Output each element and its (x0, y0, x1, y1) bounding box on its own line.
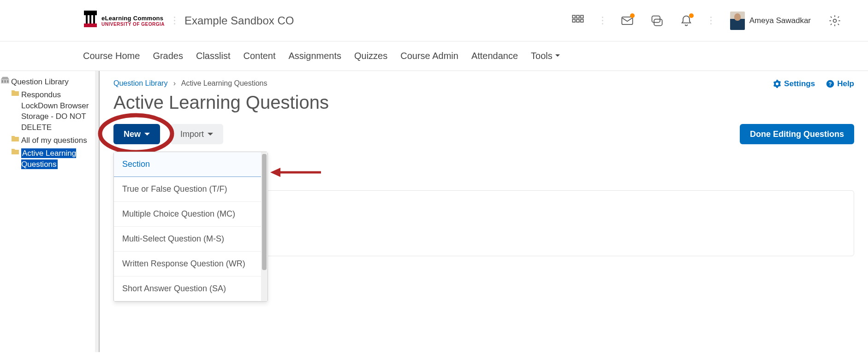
new-dropdown-menu: Section True or False Question (T/F) Mul… (113, 152, 268, 302)
main-content: Question Library › Active Learning Quest… (100, 71, 868, 352)
svg-rect-3 (93, 15, 95, 24)
nav-classlist[interactable]: Classlist (196, 51, 230, 61)
org-logo-block[interactable]: eLearning Commons UNIVERSITY OF GEORGIA (83, 11, 165, 31)
svg-rect-16 (2, 80, 3, 82)
divider-dots (602, 17, 603, 24)
import-button[interactable]: Import (170, 124, 223, 144)
user-name[interactable]: Ameya Sawadkar (749, 16, 811, 25)
breadcrumb-separator: › (173, 79, 176, 87)
nav-attendance[interactable]: Attendance (471, 51, 518, 61)
nav-assignments[interactable]: Assignments (289, 51, 342, 61)
nav-quizzes[interactable]: Quizzes (354, 51, 387, 61)
annotation-arrow (270, 165, 321, 181)
menu-item-short-answer[interactable]: Short Answer Question (SA) (114, 277, 268, 301)
done-editing-button[interactable]: Done Editing Questions (740, 124, 854, 144)
messages-icon[interactable] (618, 12, 636, 30)
sidebar-item-respondus[interactable]: Respondus LockDown Browser Storage - DO … (21, 89, 97, 133)
menu-item-true-false[interactable]: True or False Question (T/F) (114, 177, 268, 202)
nav-course-admin[interactable]: Course Admin (400, 51, 458, 61)
svg-rect-17 (5, 80, 6, 82)
breadcrumb-link-question-library[interactable]: Question Library (113, 79, 167, 87)
question-library-sidebar: Question Library Respondus LockDown Brow… (0, 71, 100, 352)
svg-rect-9 (577, 19, 579, 22)
course-title[interactable]: Example Sandbox CO (184, 14, 294, 27)
org-logo-text: eLearning Commons UNIVERSITY OF GEORGIA (101, 15, 165, 27)
svg-rect-18 (7, 80, 9, 82)
gear-icon (773, 80, 781, 88)
sidebar-item-active-learning[interactable]: Active Learning Questions (21, 148, 97, 170)
svg-rect-1 (86, 15, 88, 24)
menu-item-multi-select[interactable]: Multi-Select Question (M-S) (114, 227, 268, 252)
svg-point-14 (833, 19, 837, 22)
dropdown-scroll-thumb[interactable] (262, 154, 267, 270)
sidebar-root[interactable]: Question Library (11, 76, 69, 88)
svg-rect-0 (84, 11, 97, 15)
new-button[interactable]: New (113, 124, 160, 144)
nav-grades[interactable]: Grades (153, 51, 183, 61)
divider-dots (174, 17, 175, 24)
breadcrumb-current: Active Learning Questions (181, 79, 268, 87)
notification-dot (689, 13, 694, 18)
action-row: New Import Done Editing Questions Sectio… (113, 124, 854, 144)
folder-icon (11, 135, 19, 141)
nav-course-home[interactable]: Course Home (83, 51, 140, 61)
sidebar-item-all-questions[interactable]: All of my questions (21, 135, 87, 146)
menu-item-section[interactable]: Section (114, 152, 268, 177)
svg-rect-5 (572, 15, 575, 18)
svg-rect-6 (577, 15, 579, 18)
notifications-icon[interactable] (677, 12, 696, 30)
nav-content[interactable]: Content (243, 51, 275, 61)
gear-icon[interactable] (826, 12, 844, 30)
svg-text:?: ? (829, 81, 832, 87)
settings-link[interactable]: Settings (773, 79, 815, 88)
menu-item-written-response[interactable]: Written Response Question (WR) (114, 252, 268, 277)
course-nav: Course Home Grades Classlist Content Ass… (0, 41, 868, 71)
help-icon: ? (826, 80, 834, 88)
folder-icon (11, 89, 19, 96)
svg-rect-2 (89, 15, 91, 24)
chevron-down-icon (144, 133, 150, 138)
nav-tools[interactable]: Tools (531, 51, 560, 61)
library-icon (1, 76, 9, 84)
divider-dots (710, 17, 712, 24)
sidebar-scrollbar[interactable] (95, 71, 99, 352)
svg-rect-4 (84, 24, 97, 27)
page-title: Active Learning Questions (113, 92, 854, 113)
svg-marker-23 (270, 168, 280, 177)
breadcrumb: Question Library › Active Learning Quest… (113, 79, 854, 88)
help-link[interactable]: ? Help (826, 79, 854, 88)
notification-dot (630, 13, 635, 18)
svg-rect-10 (581, 19, 583, 22)
folder-icon (11, 148, 19, 154)
svg-rect-7 (581, 15, 583, 18)
avatar[interactable] (730, 12, 745, 30)
svg-rect-8 (572, 19, 575, 22)
chevron-down-icon (208, 133, 213, 138)
menu-item-multiple-choice[interactable]: Multiple Choice Question (MC) (114, 202, 268, 227)
svg-rect-11 (622, 17, 632, 24)
uga-logo-icon (83, 11, 98, 31)
subscriptions-icon[interactable] (648, 12, 666, 30)
app-switcher-icon[interactable] (569, 12, 587, 30)
top-bar: eLearning Commons UNIVERSITY OF GEORGIA … (0, 0, 868, 41)
